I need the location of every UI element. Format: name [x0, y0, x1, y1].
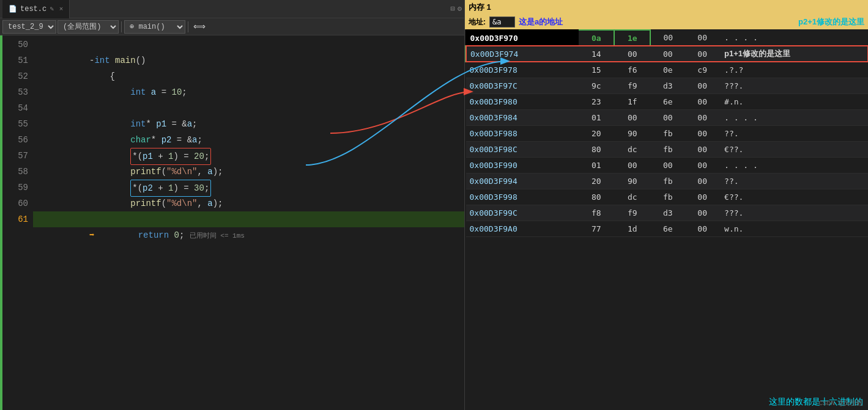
memory-ascii-2: .?.?	[719, 62, 868, 78]
memory-byte-90-2: 90	[614, 173, 650, 189]
scope-selector[interactable]: (全局范围)	[57, 20, 119, 34]
settings-icon[interactable]: ⚙	[458, 4, 462, 13]
code-line-60	[33, 196, 464, 211]
memory-ascii-0: . . . .	[719, 30, 868, 46]
memory-byte-fb: fb	[650, 125, 685, 141]
memory-byte-77: 77	[578, 221, 614, 236]
memory-byte-00-6: 00	[685, 78, 719, 93]
toolbar-separator	[121, 21, 122, 32]
memory-title: 内存 1	[465, 0, 868, 15]
line-num-58: 58	[2, 164, 28, 180]
memory-byte-20: 20	[578, 125, 614, 141]
memory-byte-fb3: fb	[650, 173, 685, 189]
code-line-57: printf("%d\n", a);	[33, 148, 464, 164]
split-icon[interactable]: ⊟	[451, 4, 455, 13]
memory-ascii-9: ??.	[719, 173, 868, 189]
memory-byte-1d: 1d	[614, 221, 650, 236]
memory-byte-00-19: 00	[685, 221, 719, 236]
line-num-56: 56	[2, 132, 28, 148]
memory-byte-d3: d3	[650, 78, 685, 93]
active-tab[interactable]: 📄 test.c ✎ ×	[2, 0, 70, 18]
memory-byte-dc2: dc	[614, 189, 650, 205]
memory-byte-00-18: 00	[685, 205, 719, 221]
memory-row-7: 0x00D3F98C 80 dc fb 00 €??.	[466, 141, 869, 157]
memory-row-3: 0x00D3F97C 9c f9 d3 00 ???.	[466, 78, 869, 93]
memory-byte-80-2: 80	[578, 189, 614, 205]
code-content: -int main() { int a = 10; int* p1 = &a;	[33, 35, 464, 410]
memory-table: 0x00D3F970 0a 1e 00 00 . . . . 0x00D3F97…	[465, 29, 868, 237]
memory-byte-00-4: 00	[650, 46, 685, 62]
memory-addr-2: 0x00D3F978	[466, 62, 579, 78]
line-num-50: 50	[2, 37, 28, 53]
memory-byte-14: 14	[578, 46, 614, 62]
memory-row-1: 0x00D3F974 14 00 00 00 p1+1修改的是这里	[466, 46, 869, 62]
memory-byte-0a: 0a	[578, 30, 614, 46]
memory-byte-00-9: 00	[650, 109, 685, 125]
memory-row-8: 0x00D3F990 01 00 00 00 . . . .	[466, 157, 869, 173]
memory-row-10: 0x00D3F998 80 dc fb 00 €??.	[466, 189, 869, 205]
memory-byte-c9: c9	[685, 62, 719, 78]
memory-byte-00-10: 00	[685, 109, 719, 125]
memory-table-container: 0x00D3F970 0a 1e 00 00 . . . . 0x00D3F97…	[465, 29, 868, 394]
memory-byte-00-3: 00	[614, 46, 650, 62]
memory-byte-20-2: 20	[578, 173, 614, 189]
memory-ascii-7: €??.	[719, 141, 868, 157]
code-line-58: *(p2 + 1) = 30;	[33, 164, 464, 180]
nav-icon[interactable]: ⟺	[191, 20, 208, 33]
memory-byte-1f: 1f	[614, 93, 650, 109]
memory-addr-7: 0x00D3F98C	[466, 141, 579, 157]
memory-byte-01: 01	[578, 109, 614, 125]
memory-row-2: 0x00D3F978 15 f6 0e c9 .?.?	[466, 62, 869, 78]
memory-byte-f9-2: f9	[614, 205, 650, 221]
tab-bar: 📄 test.c ✎ × ⊟ ⚙	[0, 0, 464, 18]
tab-filename: test.c	[20, 5, 46, 13]
memory-byte-00-15: 00	[685, 157, 719, 173]
line-num-59: 59	[2, 180, 28, 196]
memory-row-0: 0x00D3F970 0a 1e 00 00 . . . .	[466, 30, 869, 46]
code-line-51: {	[33, 53, 464, 68]
memory-ascii-4: #.n.	[719, 93, 868, 109]
memory-addr-10: 0x00D3F998	[466, 189, 579, 205]
time-text: 已用时间 <= 1ms	[190, 232, 245, 240]
line-num-60: 60	[2, 196, 28, 211]
memory-addr-9: 0x00D3F994	[466, 173, 579, 189]
memory-byte-9c: 9c	[578, 78, 614, 93]
addr-annotation1: 这是a的地址	[519, 16, 563, 27]
memory-byte-00-1: 00	[650, 30, 685, 46]
memory-addr-0: 0x00D3F970	[466, 30, 579, 46]
pin-indicator: ✎	[50, 5, 54, 13]
memory-byte-fb2: fb	[650, 141, 685, 157]
file-selector[interactable]: test_2_9	[2, 20, 56, 34]
memory-ascii-8: . . . .	[719, 157, 868, 173]
debug-arrow-icon: ➡	[89, 230, 94, 240]
line-num-53: 53	[2, 84, 28, 100]
tab-bar-actions: ⊟ ⚙	[451, 4, 462, 13]
tab-close-button[interactable]: ×	[59, 5, 64, 13]
memory-addr-12: 0x00D3F9A0	[466, 221, 579, 236]
line-num-52: 52	[2, 68, 28, 84]
code-line-56: *(p1 + 1) = 20;	[33, 132, 464, 148]
memory-bottom-note: 这里的数都是十六进制的	[465, 394, 868, 410]
addr-annotation2: p2+1修改的是这里	[798, 16, 864, 27]
memory-panel: 内存 1 地址: 这是a的地址 p2+1修改的是这里 0x00D3F970 0a…	[465, 0, 868, 410]
memory-byte-00-16: 00	[685, 173, 719, 189]
addr-input[interactable]	[489, 16, 515, 27]
line-num-57: 57	[2, 148, 28, 164]
memory-byte-00-5: 00	[685, 46, 719, 62]
memory-row-4: 0x00D3F980 23 1f 6e 00 #.n.	[466, 93, 869, 109]
memory-row-11: 0x00D3F99C f8 f9 d3 00 ???.	[466, 205, 869, 221]
editor-toolbar: test_2_9 (全局范围) ⊕ main() ⟺	[0, 18, 464, 35]
code-panel: 📄 test.c ✎ × ⊟ ⚙ test_2_9 (全局范围) ⊕ main(…	[0, 0, 465, 410]
memory-byte-23: 23	[578, 93, 614, 109]
code-line-59: printf("%d\n", a);	[33, 180, 464, 196]
memory-row-9: 0x00D3F994 20 90 fb 00 ??.	[466, 173, 869, 189]
memory-ascii-5: . . . .	[719, 109, 868, 125]
line-num-61: 61	[2, 211, 28, 227]
addr-label: 地址:	[469, 17, 486, 27]
memory-byte-f6: f6	[614, 62, 650, 78]
memory-byte-01-2: 01	[578, 157, 614, 173]
function-selector[interactable]: ⊕ main()	[124, 20, 185, 34]
code-line-50: -int main()	[33, 37, 464, 53]
memory-byte-90: 90	[614, 125, 650, 141]
memory-byte-00-11: 00	[685, 125, 719, 141]
